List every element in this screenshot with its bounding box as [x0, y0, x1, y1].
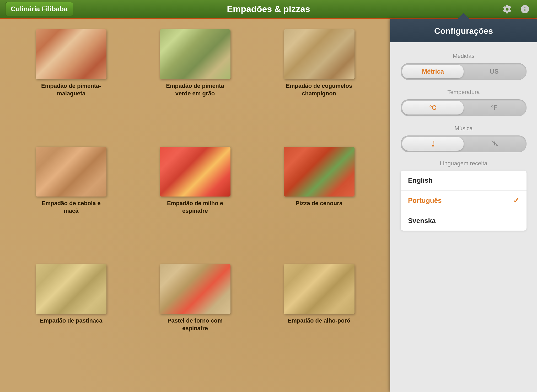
musica-off[interactable] — [464, 137, 525, 151]
recipe-label-6: Pizza de cenoura — [296, 200, 342, 207]
recipe-label-5: Empadão de milho e espinafre — [160, 200, 230, 215]
recipe-image-2 — [160, 29, 230, 79]
recipe-image-6 — [284, 147, 355, 197]
recipe-image-5 — [160, 147, 230, 197]
language-portugues[interactable]: Português ✓ — [401, 190, 527, 211]
musica-on[interactable]: ♩ — [402, 137, 464, 151]
music-off-icon — [491, 139, 498, 149]
recipe-label-2: Empadão de pimenta verde em grão — [160, 82, 230, 97]
settings-title: Configurações — [434, 26, 493, 36]
recipe-image-8 — [160, 264, 230, 314]
music-on-icon: ♩ — [431, 140, 435, 148]
page-title: Empadões & pizzas — [227, 4, 310, 14]
recipe-label-4: Empadão de cebola e maçã — [36, 200, 106, 215]
linguagem-label: Linguagem receita — [401, 160, 527, 167]
recipe-label-8: Pastel de forno com espinafre — [160, 317, 230, 332]
recipe-grid: Empadão de pimenta-malaguetaEmpadão de p… — [0, 19, 390, 392]
top-bar: Culinária Filibaba Empadões & pizzas — [0, 0, 537, 19]
musica-label: Música — [401, 125, 527, 132]
recipe-item-2[interactable]: Empadão de pimenta verde em grão — [137, 29, 253, 134]
recipe-label-7: Empadão de pastinaca — [40, 317, 102, 325]
language-list: English Português ✓ Svenska — [401, 171, 527, 231]
info-icon-button[interactable] — [518, 2, 532, 16]
language-portugues-label: Português — [408, 197, 442, 205]
recipe-image-4 — [36, 147, 106, 197]
recipe-item-8[interactable]: Pastel de forno com espinafre — [137, 264, 253, 368]
top-icons — [500, 2, 532, 16]
recipe-item-5[interactable]: Empadão de milho e espinafre — [137, 147, 253, 251]
recipe-item-6[interactable]: Pizza de cenoura — [261, 147, 377, 251]
recipe-item-3[interactable]: Empadão de cogumelos champignon — [261, 29, 377, 134]
temperatura-celsius[interactable]: °C — [402, 101, 464, 115]
language-svenska-label: Svenska — [408, 217, 436, 225]
recipe-image-7 — [36, 264, 106, 314]
medidas-label: Medidas — [401, 53, 527, 59]
recipe-label-1: Empadão de pimenta-malagueta — [36, 82, 106, 97]
language-portugues-check: ✓ — [513, 196, 519, 205]
settings-body: Medidas Métrica US Temperatura °C °F Mús… — [390, 42, 537, 392]
recipe-image-1 — [36, 29, 106, 79]
recipe-item-9[interactable]: Empadão de alho-poró — [261, 264, 377, 368]
language-svenska[interactable]: Svenska — [401, 211, 527, 231]
recipe-label-3: Empadão de cogumelos champignon — [284, 82, 355, 97]
recipe-image-9 — [284, 264, 355, 314]
medidas-us[interactable]: US — [464, 65, 525, 78]
medidas-toggle[interactable]: Métrica US — [401, 63, 527, 80]
musica-toggle[interactable]: ♩ — [401, 135, 527, 152]
app-title-button[interactable]: Culinária Filibaba — [5, 2, 73, 16]
recipe-image-3 — [284, 29, 355, 79]
recipe-item-7[interactable]: Empadão de pastinaca — [13, 264, 129, 368]
temperatura-fahrenheit[interactable]: °F — [464, 101, 525, 115]
temperatura-label: Temperatura — [401, 89, 527, 96]
language-english-label: English — [408, 176, 433, 184]
recipe-item-1[interactable]: Empadão de pimenta-malagueta — [13, 29, 129, 134]
recipe-label-9: Empadão de alho-poró — [288, 317, 350, 325]
medidas-metrica[interactable]: Métrica — [402, 65, 464, 78]
settings-panel: Configurações Medidas Métrica US Tempera… — [390, 19, 537, 392]
temperatura-toggle[interactable]: °C °F — [401, 99, 527, 116]
main-content: Empadão de pimenta-malaguetaEmpadão de p… — [0, 19, 537, 392]
recipe-item-4[interactable]: Empadão de cebola e maçã — [13, 147, 129, 251]
settings-header: Configurações — [390, 19, 537, 42]
language-english[interactable]: English — [401, 171, 527, 190]
settings-icon-button[interactable] — [500, 2, 514, 16]
